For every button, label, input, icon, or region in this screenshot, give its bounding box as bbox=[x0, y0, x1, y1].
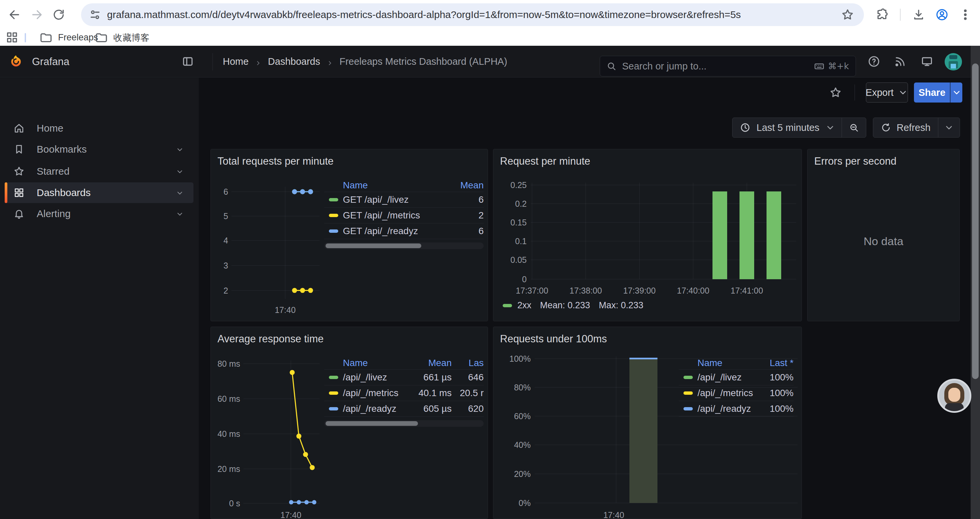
apps-grid-icon[interactable] bbox=[5, 30, 19, 45]
svg-text:80 ms: 80 ms bbox=[218, 359, 240, 368]
chevron-down-icon[interactable] bbox=[825, 122, 835, 133]
export-button[interactable]: Export bbox=[866, 83, 908, 102]
svg-text:0.2: 0.2 bbox=[515, 199, 527, 208]
svg-text:20 ms: 20 ms bbox=[218, 464, 240, 474]
bookmark-label: 收藏博客 bbox=[113, 32, 150, 44]
chart: 6543217:40 bbox=[211, 149, 488, 322]
help-icon[interactable] bbox=[866, 54, 881, 69]
chevron-right-icon bbox=[255, 58, 262, 65]
chevron-down-icon[interactable] bbox=[175, 209, 184, 218]
back-icon[interactable] bbox=[7, 7, 22, 22]
svg-text:17:38:00: 17:38:00 bbox=[570, 286, 602, 295]
svg-text:3: 3 bbox=[223, 261, 228, 270]
sidebar-toggle-icon[interactable] bbox=[180, 54, 196, 69]
zoom-out-icon[interactable] bbox=[842, 122, 866, 133]
clock-icon bbox=[740, 122, 751, 133]
sidebar-item-label: Dashboards bbox=[37, 187, 175, 198]
svg-text:0.15: 0.15 bbox=[510, 218, 527, 227]
chevron-down-icon bbox=[897, 87, 908, 98]
grafana-app: Grafana Home Dashboards Freeleaps Metric… bbox=[0, 46, 980, 519]
svg-text:17:40: 17:40 bbox=[280, 510, 302, 519]
bookmarks-divider bbox=[25, 33, 26, 42]
url-text[interactable]: grafana.mathmast.com/d/deytv4rwavabkb/fr… bbox=[107, 3, 834, 26]
toolbar-divider bbox=[900, 9, 900, 21]
sidebar-item-alerting[interactable]: Alerting bbox=[5, 203, 194, 224]
avatar-body bbox=[945, 403, 964, 413]
chevron-down-icon[interactable] bbox=[175, 145, 184, 153]
svg-text:0%: 0% bbox=[519, 498, 531, 508]
chevron-down-icon[interactable] bbox=[175, 188, 184, 197]
favorite-star-icon[interactable] bbox=[828, 85, 843, 100]
sidebar-item-home[interactable]: Home bbox=[5, 118, 194, 139]
scrollbar-thumb[interactable] bbox=[972, 64, 978, 379]
svg-text:40%: 40% bbox=[514, 440, 531, 450]
export-label: Export bbox=[865, 87, 894, 98]
brand-text: Grafana bbox=[32, 46, 69, 77]
time-controls: Last 5 minutes bbox=[732, 118, 866, 137]
grid-icon bbox=[13, 187, 25, 198]
forward-icon[interactable] bbox=[29, 7, 44, 22]
svg-text:17:40: 17:40 bbox=[603, 510, 624, 519]
browser-toolbar: grafana.mathmast.com/d/deytv4rwavabkb/fr… bbox=[0, 0, 980, 29]
avatar-face bbox=[948, 388, 960, 402]
search-input[interactable]: Search or jump to... ⌘+k bbox=[600, 56, 856, 77]
menu-kebab-icon[interactable] bbox=[958, 7, 973, 22]
panel-errors-per-second: Errors per second No data bbox=[807, 149, 960, 321]
breadcrumb-current: Freeleaps Metrics Dashboard (ALPHA) bbox=[340, 56, 508, 67]
site-settings-icon[interactable] bbox=[88, 7, 102, 22]
profile-icon[interactable] bbox=[935, 7, 949, 22]
bookmark-icon bbox=[13, 144, 25, 155]
extensions-icon[interactable] bbox=[875, 7, 889, 22]
panel-title[interactable]: Errors per second bbox=[814, 155, 896, 167]
svg-text:0.25: 0.25 bbox=[510, 180, 527, 190]
breadcrumb-dashboards[interactable]: Dashboards bbox=[268, 56, 320, 67]
chevron-down-icon bbox=[951, 87, 962, 98]
toolbar-divider bbox=[854, 85, 855, 101]
grafana-logo[interactable] bbox=[9, 54, 23, 69]
time-range-label[interactable]: Last 5 minutes bbox=[757, 122, 819, 133]
svg-text:2: 2 bbox=[223, 286, 228, 295]
download-icon[interactable] bbox=[911, 7, 926, 22]
panel-request-per-minute: Request per minute 2xx Mean: 0.233 Max: … bbox=[493, 149, 802, 321]
sidebar-item-starred[interactable]: Starred bbox=[5, 161, 194, 182]
breadcrumb-home[interactable]: Home bbox=[223, 56, 248, 67]
screen: grafana.mathmast.com/d/deytv4rwavabkb/fr… bbox=[0, 0, 980, 519]
chevron-down-icon[interactable] bbox=[175, 167, 184, 176]
svg-text:17:37:00: 17:37:00 bbox=[516, 286, 548, 295]
svg-text:17:40: 17:40 bbox=[275, 305, 296, 315]
chart: 0.250.20.150.10.05017:37:0017:38:0017:39… bbox=[493, 149, 802, 322]
svg-text:0 s: 0 s bbox=[229, 498, 240, 508]
bell-icon bbox=[13, 208, 25, 219]
share-menu-button[interactable] bbox=[950, 83, 963, 102]
search-shortcut: ⌘+k bbox=[828, 61, 849, 71]
reload-icon[interactable] bbox=[51, 7, 66, 22]
svg-text:17:40:00: 17:40:00 bbox=[677, 286, 709, 295]
refresh-icon[interactable] bbox=[881, 122, 891, 133]
assistant-avatar[interactable] bbox=[937, 379, 971, 413]
bookmark-folder-blogs[interactable]: 收藏博客 bbox=[94, 29, 150, 46]
svg-text:0.05: 0.05 bbox=[510, 255, 527, 265]
bookmark-star-icon[interactable] bbox=[840, 7, 855, 22]
sidebar: HomeBookmarksStarredDashboardsAlerting bbox=[0, 78, 199, 519]
chevron-right-icon bbox=[326, 58, 334, 65]
share-button[interactable]: Share bbox=[914, 83, 950, 102]
svg-text:80%: 80% bbox=[514, 383, 531, 392]
news-rss-icon[interactable] bbox=[892, 54, 908, 69]
sidebar-item-bookmarks[interactable]: Bookmarks bbox=[5, 139, 194, 160]
folder-icon bbox=[39, 30, 53, 45]
refresh-label[interactable]: Refresh bbox=[897, 122, 931, 133]
user-avatar[interactable] bbox=[945, 53, 962, 70]
svg-text:4: 4 bbox=[223, 236, 228, 245]
url-bar[interactable]: grafana.mathmast.com/d/deytv4rwavabkb/fr… bbox=[81, 3, 864, 26]
chevron-down-icon[interactable] bbox=[938, 122, 960, 133]
svg-text:17:41:00: 17:41:00 bbox=[730, 286, 763, 295]
breadcrumb: Home Dashboards Freeleaps Metrics Dashbo… bbox=[223, 46, 508, 77]
bookmark-folder-freeleaps[interactable]: Freeleaps bbox=[39, 29, 98, 46]
sidebar-item-label: Starred bbox=[37, 166, 175, 177]
svg-text:60 ms: 60 ms bbox=[218, 394, 240, 404]
svg-text:40 ms: 40 ms bbox=[218, 429, 240, 439]
monitor-icon[interactable] bbox=[919, 54, 935, 69]
svg-text:5: 5 bbox=[223, 211, 228, 221]
star-icon bbox=[13, 166, 25, 177]
sidebar-item-dashboards[interactable]: Dashboards bbox=[5, 182, 194, 203]
